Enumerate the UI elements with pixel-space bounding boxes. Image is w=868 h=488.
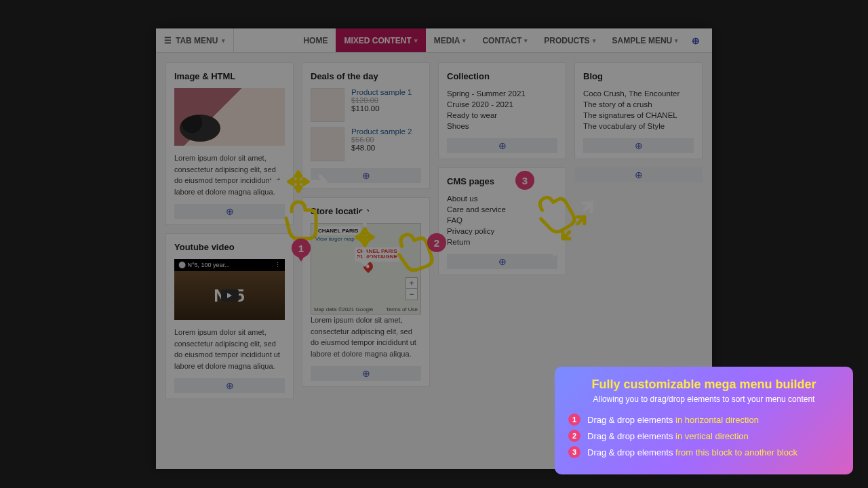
list-item[interactable]: The story of a crush [583, 99, 694, 110]
product-old-price: $120.00 [351, 96, 412, 104]
add-element-button[interactable]: ⊕ [447, 254, 557, 269]
row-badge: 2 [568, 430, 580, 442]
nav-item-contact[interactable]: CONTACT▾ [474, 28, 536, 52]
card-deals-of-the-day[interactable]: Deals of the dayProduct sample 1$120.00$… [302, 62, 430, 189]
list-item[interactable]: Care and service [447, 204, 557, 215]
list-item[interactable]: FAQ [447, 215, 557, 226]
add-element-button[interactable]: ⊕ [447, 138, 557, 153]
add-element-button[interactable]: ⊕ [574, 167, 703, 182]
row-badge: 1 [568, 413, 580, 426]
card-title: Image & HTML [174, 71, 285, 81]
content-grid: Image & HTMLLorem ipsum dolor sit amet, … [156, 53, 712, 409]
list-item[interactable]: The vocabulary of Style [583, 121, 694, 131]
link-list: Coco Crush, The EncounterThe story of a … [583, 88, 694, 131]
product-row[interactable]: Product sample 2$56.00$48.00 [311, 127, 421, 161]
add-element-button[interactable]: ⊕ [174, 378, 285, 393]
list-item[interactable]: Privacy policy [447, 226, 557, 237]
panel-row: 1Drag & drop elements in horizontal dire… [568, 413, 840, 426]
hamburger-icon: ☰ [164, 36, 172, 45]
card-text: Lorem ipsum dolor sit amet, consectetur … [174, 327, 285, 371]
card-image-html[interactable]: Image & HTMLLorem ipsum dolor sit amet, … [165, 62, 294, 225]
product-price: $48.00 [351, 144, 412, 152]
nav-item-sample-menu[interactable]: SAMPLE MENU▾ [604, 28, 687, 52]
card-collection[interactable]: CollectionSpring - Summer 2021Cruise 202… [438, 62, 566, 159]
add-element-button[interactable]: ⊕ [174, 204, 285, 219]
card-blog[interactable]: BlogCoco Crush, The EncounterThe story o… [574, 62, 703, 159]
panel-subtitle: Allowing you to drag/drop elements to so… [568, 394, 840, 404]
product-thumb [311, 127, 344, 161]
product-name[interactable]: Product sample 1 [351, 88, 412, 96]
product-price: $110.00 [351, 104, 412, 113]
product-name[interactable]: Product sample 2 [351, 127, 412, 136]
panel-row: 2Drag & drop elements in vertical direct… [568, 430, 840, 442]
nav-item-home[interactable]: HOME [295, 28, 336, 52]
card-store-location[interactable]: Store locationCHANEL PARISView larger ma… [302, 197, 430, 387]
tab-menu-button[interactable]: ☰ TAB MENU ▾ [156, 28, 234, 52]
card-title: Collection [447, 71, 557, 81]
add-menu-icon[interactable]: ⊕ [692, 35, 700, 46]
list-item[interactable]: Coco Crush, The Encounter [583, 88, 694, 99]
info-panel: Fully customizable mega menu builder All… [555, 367, 853, 474]
top-nav: ☰ TAB MENU ▾ HOMEMIXED CONTENT▾MEDIA▾CON… [156, 28, 712, 53]
list-item[interactable]: Return [447, 237, 557, 247]
map-embed[interactable]: CHANEL PARISView larger mapCHANEL PARIS5… [311, 223, 421, 314]
add-element-button[interactable]: ⊕ [311, 168, 421, 183]
panel-row: 3Drag & drop elements from this block to… [568, 446, 840, 458]
list-item[interactable]: Cruise 2020 - 2021 [447, 99, 557, 110]
card-text: Lorem ipsum dolor sit amet, consectetur … [174, 152, 285, 197]
link-list: About usCare and serviceFAQPrivacy polic… [447, 193, 557, 247]
card-title: Blog [583, 71, 694, 81]
add-element-button[interactable]: ⊕ [311, 366, 421, 381]
nav-item-media[interactable]: MEDIA▾ [426, 28, 475, 52]
list-item[interactable]: Shoes [447, 121, 557, 131]
chevron-down-icon: ▾ [222, 37, 225, 44]
tab-menu-label: TAB MENU [176, 36, 218, 45]
hero-image [174, 88, 285, 146]
card-title: Deals of the day [311, 71, 421, 81]
product-thumb [311, 88, 344, 122]
nav-item-products[interactable]: PRODUCTS▾ [536, 28, 604, 52]
card-text: Lorem ipsum dolor sit amet, consectetur … [311, 314, 421, 359]
list-item[interactable]: The signatures of CHANEL [583, 110, 694, 121]
list-item[interactable]: About us [447, 193, 557, 204]
nav-item-mixed-content[interactable]: MIXED CONTENT▾ [336, 28, 425, 52]
product-old-price: $56.00 [351, 136, 412, 144]
list-item[interactable]: Ready to wear [447, 110, 557, 121]
youtube-embed[interactable]: ⚪ N°5, 100 year...⋮N°5 [174, 259, 285, 320]
card-title: Youtube video [174, 242, 285, 252]
panel-title: Fully customizable mega menu builder [568, 378, 840, 392]
card-youtube-video[interactable]: Youtube video⚪ N°5, 100 year...⋮N°5Lorem… [165, 233, 294, 399]
list-item[interactable]: Spring - Summer 2021 [447, 88, 557, 99]
card-title: CMS pages [447, 176, 557, 186]
add-element-button[interactable]: ⊕ [583, 138, 694, 153]
link-list: Spring - Summer 2021Cruise 2020 - 2021Re… [447, 88, 557, 131]
card-cms-pages[interactable]: CMS pagesAbout usCare and serviceFAQPriv… [438, 167, 566, 275]
product-row[interactable]: Product sample 1$120.00$110.00 [311, 88, 421, 122]
row-badge: 3 [568, 446, 580, 458]
card-title: Store location [311, 206, 421, 216]
